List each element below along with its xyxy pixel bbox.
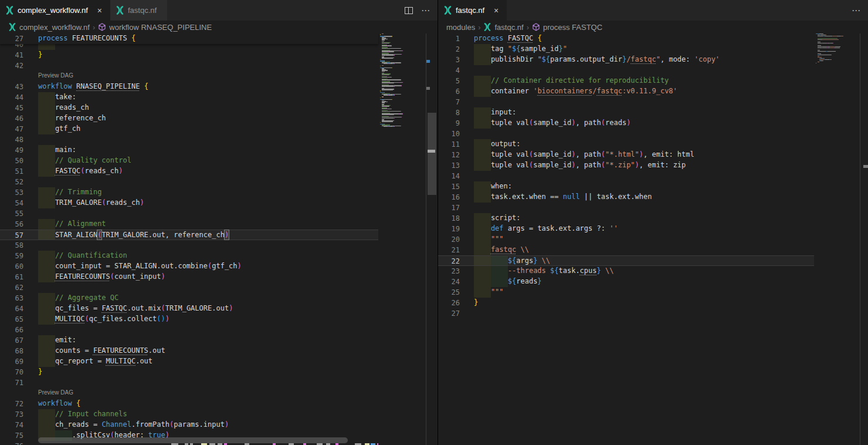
- line-number: 72: [0, 399, 23, 409]
- codelens-link[interactable]: Preview DAG: [23, 71, 73, 82]
- code-line[interactable]: 73// Input channels: [0, 409, 378, 420]
- code-line[interactable]: 15when:: [438, 181, 814, 192]
- code-line[interactable]: 14: [438, 171, 814, 181]
- code-line[interactable]: 8input:: [438, 107, 814, 118]
- code-line[interactable]: 65MULTIQC(qc_files.collect()): [0, 314, 378, 325]
- code-line[interactable]: 6container 'biocontainers/fastqc:v0.11.9…: [438, 86, 814, 97]
- code-line[interactable]: 12tuple val(sample_id), path("*.html"), …: [438, 150, 814, 160]
- code-line[interactable]: 18script:: [438, 213, 814, 224]
- code-line[interactable]: 13tuple val(sample_id), path("*.zip"), e…: [438, 160, 814, 171]
- code-line[interactable]: 56// Alignment: [0, 219, 378, 230]
- code-line[interactable]: 48: [0, 134, 378, 145]
- code-line[interactable]: 49main:: [0, 145, 378, 156]
- more-actions-icon[interactable]: ⋯: [852, 5, 861, 16]
- vertical-scrollbar[interactable]: [426, 33, 438, 445]
- codelens-link[interactable]: Preview DAG: [23, 388, 73, 399]
- breadcrumb-item[interactable]: process FASTQC: [532, 23, 602, 32]
- code-line[interactable]: 63// Aggregate QC: [0, 293, 378, 304]
- close-tab-icon[interactable]: ×: [95, 6, 104, 15]
- token: [474, 277, 491, 287]
- sticky-scroll-line[interactable]: 27process FEATURECOUNTS {: [0, 33, 378, 44]
- horizontal-scrollbar[interactable]: [38, 437, 348, 443]
- line-content: tuple val(sample_id), path("*.zip"), emi…: [460, 160, 686, 171]
- code-line[interactable]: 50// Quality control: [0, 156, 378, 166]
- breadcrumb-item[interactable]: fastqc.nf: [483, 23, 523, 32]
- code-line[interactable]: 64qc_files = FASTQC.out.mix(TRIM_GALORE.…: [0, 304, 378, 314]
- code-line[interactable]: 19def args = task.ext.args ?: '': [438, 224, 814, 234]
- line-number: 13: [438, 160, 460, 171]
- code-line[interactable]: 67emit:: [0, 335, 378, 346]
- code-line[interactable]: 27: [438, 308, 814, 319]
- code-line[interactable]: 4: [438, 65, 814, 76]
- code-line[interactable]: 46reference_ch: [0, 113, 378, 124]
- tab-fastqc.nf[interactable]: fastqc.nf×: [438, 0, 507, 21]
- code-line[interactable]: 55: [0, 208, 378, 219]
- code-line[interactable]: 66: [0, 325, 378, 335]
- code-line[interactable]: 9tuple val(sample_id), path(reads): [438, 118, 814, 129]
- token: // Input channels: [55, 409, 127, 420]
- breadcrumb-item[interactable]: complex_workflow.nf: [8, 23, 90, 32]
- code-line[interactable]: 10: [438, 129, 814, 139]
- code-line[interactable]: 20""": [438, 234, 814, 245]
- vertical-scrollbar[interactable]: [860, 33, 868, 445]
- code-line[interactable]: 53// Trimming: [0, 187, 378, 198]
- code-line[interactable]: 54TRIM_GALORE(reads_ch): [0, 198, 378, 208]
- breadcrumb-separator: ›: [475, 23, 483, 32]
- split-editor-icon[interactable]: [405, 7, 413, 14]
- code-line[interactable]: 3publishDir "${params.output_dir}/fastqc…: [438, 55, 814, 65]
- code-line[interactable]: 58: [0, 240, 378, 251]
- tab-complex_workflow.nf[interactable]: complex_workflow.nf×: [0, 0, 110, 21]
- token: MULTIQC: [55, 314, 85, 325]
- line-content: [23, 177, 38, 187]
- code-line[interactable]: 16task.ext.when == null || task.ext.when: [438, 192, 814, 203]
- tab-fastqc.nf[interactable]: fastqc.nf×: [110, 0, 167, 21]
- line-number: 47: [0, 124, 23, 134]
- code-line[interactable]: 71: [0, 377, 378, 388]
- code-line[interactable]: 47gtf_ch: [0, 124, 378, 134]
- code-line[interactable]: 5// Container directive for reproducibil…: [438, 76, 814, 86]
- breadcrumb-item[interactable]: workflow RNASEQ_PIPELINE: [98, 23, 212, 32]
- code-line[interactable]: 43workflow RNASEQ_PIPELINE {: [0, 82, 378, 92]
- code-line[interactable]: 52: [0, 177, 378, 187]
- codelens[interactable]: Preview DAG: [0, 388, 378, 399]
- minimap[interactable]: [814, 33, 860, 445]
- token: reads_ch: [55, 103, 89, 113]
- minimap[interactable]: [378, 33, 426, 445]
- code-line[interactable]: 44take:: [0, 92, 378, 103]
- token: params.output_dir: [550, 55, 622, 65]
- code-line[interactable]: 11output:: [438, 139, 814, 150]
- close-tab-icon[interactable]: ×: [491, 6, 501, 15]
- code-line[interactable]: 2tag "${sample_id}": [438, 44, 814, 55]
- code-line[interactable]: 62: [0, 282, 378, 293]
- code-line[interactable]: 61FEATURECOUNTS(count_input): [0, 272, 378, 282]
- code-line[interactable]: 74ch_reads = Channel.fromPath(params.inp…: [0, 420, 378, 430]
- scrollbar-slider[interactable]: [428, 113, 436, 195]
- code-line[interactable]: 57STAR_ALIGN(TRIM_GALORE.out, reference_…: [0, 230, 378, 240]
- code-line[interactable]: 7: [438, 97, 814, 107]
- code-line[interactable]: 70}: [0, 367, 378, 377]
- code-editor-left[interactable]: 40"""41}42Preview DAG43workflow RNASEQ_P…: [0, 33, 438, 445]
- minimap-line: [384, 36, 391, 36]
- more-actions-icon[interactable]: ⋯: [421, 5, 430, 16]
- code-line[interactable]: 51FASTQC(reads_ch): [0, 166, 378, 177]
- code-line[interactable]: 17: [438, 203, 814, 213]
- code-line[interactable]: 24${reads}: [438, 277, 814, 287]
- code-line[interactable]: 72workflow {: [0, 399, 378, 409]
- codelens[interactable]: Preview DAG: [0, 71, 378, 82]
- code-editor-right[interactable]: 1process FASTQC {2tag "${sample_id}"3pub…: [438, 33, 868, 445]
- code-line[interactable]: 60count_input = STAR_ALIGN.out.combine(g…: [0, 261, 378, 272]
- code-line[interactable]: 41}: [0, 50, 378, 60]
- code-line[interactable]: 25""": [438, 287, 814, 298]
- code-line[interactable]: 23--threads ${task.cpus} \\: [438, 266, 814, 277]
- code-line[interactable]: 1process FASTQC {: [438, 33, 814, 44]
- code-line[interactable]: 22${args} \\: [438, 255, 814, 266]
- code-line[interactable]: 69qc_report = MULTIQC.out: [0, 356, 378, 367]
- breadcrumb-item[interactable]: modules: [446, 23, 475, 32]
- line-number: 8: [438, 107, 460, 118]
- code-line[interactable]: 42: [0, 60, 378, 71]
- code-line[interactable]: 68counts = FEATURECOUNTS.out: [0, 346, 378, 356]
- code-line[interactable]: 59// Quantification: [0, 251, 378, 261]
- code-line[interactable]: 21fastqc \\: [438, 245, 814, 255]
- code-line[interactable]: 45reads_ch: [0, 103, 378, 113]
- code-line[interactable]: 26}: [438, 298, 814, 308]
